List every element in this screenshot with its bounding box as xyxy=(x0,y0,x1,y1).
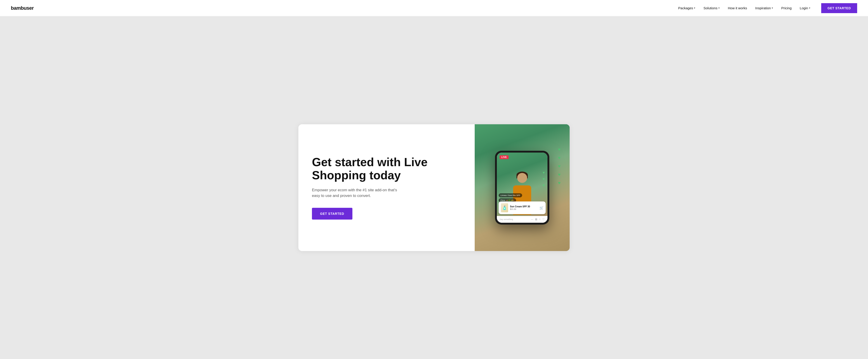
heart-icon: ♥ xyxy=(558,147,561,152)
chevron-down-icon: ▾ xyxy=(772,6,773,9)
product-info: Sun Cream SPF 30 $21.00 xyxy=(510,205,538,210)
product-price: $21.00 xyxy=(510,208,538,210)
floating-hearts: ♥ ♥ ♥ ♥ ♥ xyxy=(558,147,561,186)
chevron-down-icon: ▾ xyxy=(694,6,695,9)
phone-screen: LIVE ♥ ♥ ♥ xyxy=(497,153,548,223)
nav-get-started-button[interactable]: GET STARTED xyxy=(821,3,857,13)
live-video-area: LIVE ♥ ♥ ♥ xyxy=(497,153,548,216)
hero-title: Get started with Live Shopping today xyxy=(312,156,461,182)
nav-item-login[interactable]: Login ▾ xyxy=(800,6,810,10)
phone-mockup: LIVE ♥ ♥ ♥ xyxy=(495,151,549,225)
logo[interactable]: bambuser xyxy=(11,5,34,11)
chat-overlay: Linnea I love this SPF Flora 🦋🌿✨+ xyxy=(499,193,546,202)
hero-left-panel: Get started with Live Shopping today Emp… xyxy=(298,124,475,251)
chevron-down-icon: ▾ xyxy=(718,6,720,9)
share-icon[interactable]: ↑ xyxy=(539,218,540,221)
heart-icon: ♥ xyxy=(558,172,561,177)
heart-icon: ♥ xyxy=(543,183,545,187)
nav-item-inspiration[interactable]: Inspiration ▾ xyxy=(755,6,773,10)
product-name: Sun Cream SPF 30 xyxy=(510,205,538,208)
hero-subtitle: Empower your ecom with the #1 site add-o… xyxy=(312,187,398,199)
product-card: 🧴 Sun Cream SPF 30 $21.00 🛒 xyxy=(499,201,546,214)
bottom-bar-icons: ··· ⊞ ↑ ♡ xyxy=(531,218,545,221)
product-image: 🧴 xyxy=(501,203,508,212)
heart-icon: ♥ xyxy=(543,177,545,181)
say-something-placeholder[interactable]: Say something xyxy=(500,218,530,220)
hero-right-panel: ♥ ♥ ♥ ♥ ♥ LIVE xyxy=(475,124,569,251)
dots-icon[interactable]: ··· xyxy=(531,218,533,221)
heart-icon: ♥ xyxy=(558,181,561,186)
heart-icon: ♥ xyxy=(558,164,561,169)
page-body: Get started with Live Shopping today Emp… xyxy=(0,16,868,359)
chat-message: Linnea I love this SPF xyxy=(499,193,522,197)
grid-icon[interactable]: ⊞ xyxy=(535,218,537,221)
cart-icon[interactable]: 🛒 xyxy=(539,206,544,210)
hero-get-started-button[interactable]: GET STARTED xyxy=(312,208,352,220)
navigation: bambuser Packages ▾ Solutions ▾ How it w… xyxy=(0,0,868,16)
nav-item-pricing[interactable]: Pricing xyxy=(781,6,792,10)
phone-bottom-bar: Say something ··· ⊞ ↑ ♡ xyxy=(497,216,548,223)
hearts-container: ♥ ♥ ♥ xyxy=(543,171,545,187)
heart-icon: ♥ xyxy=(558,155,561,161)
nav-item-packages[interactable]: Packages ▾ xyxy=(678,6,695,10)
person-head xyxy=(517,173,527,183)
heart-icon[interactable]: ♡ xyxy=(542,218,545,221)
nav-item-how-it-works[interactable]: How it works xyxy=(728,6,747,10)
live-badge: LIVE xyxy=(500,155,508,159)
heart-icon: ♥ xyxy=(543,171,545,175)
chevron-down-icon: ▾ xyxy=(809,6,810,9)
nav-links: Packages ▾ Solutions ▾ How it works Insp… xyxy=(678,6,810,10)
nav-item-solutions[interactable]: Solutions ▾ xyxy=(704,6,720,10)
hero-card: Get started with Live Shopping today Emp… xyxy=(298,124,569,251)
